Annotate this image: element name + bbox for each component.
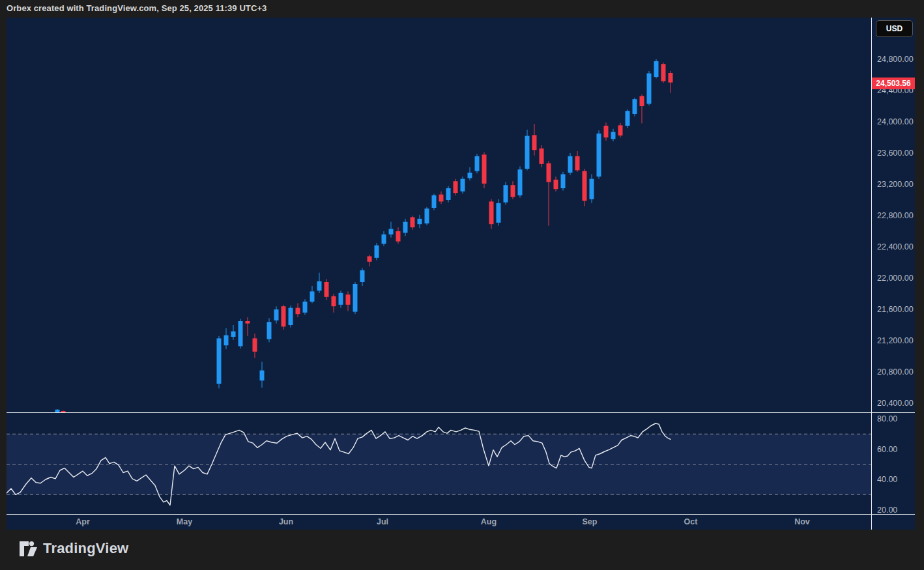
last-price-badge: 24,503.56 bbox=[872, 78, 915, 89]
candlestick bbox=[497, 199, 501, 226]
candlestick bbox=[217, 336, 222, 388]
candlestick bbox=[626, 109, 630, 128]
candlestick bbox=[454, 179, 458, 195]
price-axis-label: 22,000.00 bbox=[877, 274, 914, 283]
time-axis-label-nov[interactable]: Nov bbox=[794, 517, 810, 526]
price-axis-label: 20,400.00 bbox=[877, 399, 914, 408]
candlestick bbox=[425, 207, 429, 225]
time-axis-label-sep[interactable]: Sep bbox=[583, 517, 598, 526]
price-axis-label: 24,800.00 bbox=[877, 55, 914, 64]
candlestick bbox=[432, 193, 437, 210]
candlestick bbox=[325, 279, 329, 300]
candlestick bbox=[303, 299, 308, 315]
rsi-axis-label: 80.00 bbox=[877, 414, 897, 423]
time-axis-label-may[interactable]: May bbox=[177, 517, 192, 526]
candlestick bbox=[654, 59, 659, 78]
rsi-axis-label: 40.00 bbox=[877, 475, 897, 484]
price-axis-label: 24,000.00 bbox=[877, 117, 914, 126]
candlestick bbox=[475, 154, 480, 173]
chart-canvas[interactable]: 24,800.0024,400.0024,000.0023,600.0023,2… bbox=[0, 0, 924, 570]
price-axis-label: 22,400.00 bbox=[877, 242, 914, 251]
tradingview-chart-window: Orbex created with TradingView.com, Sep … bbox=[0, 0, 924, 570]
candlestick bbox=[633, 98, 637, 117]
time-axis-label-aug[interactable]: Aug bbox=[481, 517, 497, 526]
time-axis-label-jun[interactable]: Jun bbox=[279, 517, 293, 526]
time-axis-label-apr[interactable]: Apr bbox=[76, 517, 90, 526]
candlestick bbox=[540, 145, 544, 167]
candlestick bbox=[282, 305, 286, 330]
price-axis-label: 20,800.00 bbox=[877, 367, 914, 377]
price-axis-label: 23,600.00 bbox=[877, 149, 914, 158]
currency-badge[interactable]: USD bbox=[876, 20, 913, 37]
time-axis-label-oct[interactable]: Oct bbox=[684, 517, 699, 526]
candlestick bbox=[238, 319, 243, 349]
candlestick bbox=[353, 282, 358, 314]
candlestick bbox=[482, 152, 487, 188]
rsi-pane[interactable] bbox=[7, 423, 871, 506]
candlestick bbox=[583, 169, 587, 207]
candlestick bbox=[568, 153, 573, 175]
time-axis-label-jul[interactable]: Jul bbox=[377, 517, 388, 526]
candlestick bbox=[561, 172, 566, 191]
candlestick bbox=[518, 166, 523, 197]
price-axis-label: 21,200.00 bbox=[877, 336, 914, 345]
candlestick bbox=[661, 63, 666, 83]
price-axis-label: 22,800.00 bbox=[877, 211, 914, 220]
candlestick bbox=[597, 130, 601, 178]
price-axis-label: 23,200.00 bbox=[877, 180, 914, 189]
rsi-axis-label: 60.00 bbox=[877, 445, 897, 454]
candlestick bbox=[289, 306, 293, 328]
tradingview-logo-icon bbox=[20, 541, 37, 556]
tradingview-logo-text: TradingView bbox=[43, 540, 128, 557]
candlestick bbox=[446, 186, 451, 202]
rsi-axis-label: 20.00 bbox=[877, 506, 897, 515]
candlestick bbox=[461, 177, 465, 193]
candlestick bbox=[504, 182, 508, 205]
price-axis-label: 21,600.00 bbox=[877, 305, 914, 314]
candlestick bbox=[647, 71, 652, 106]
tradingview-logo[interactable]: TradingView bbox=[20, 540, 128, 557]
candlestick bbox=[375, 243, 379, 260]
